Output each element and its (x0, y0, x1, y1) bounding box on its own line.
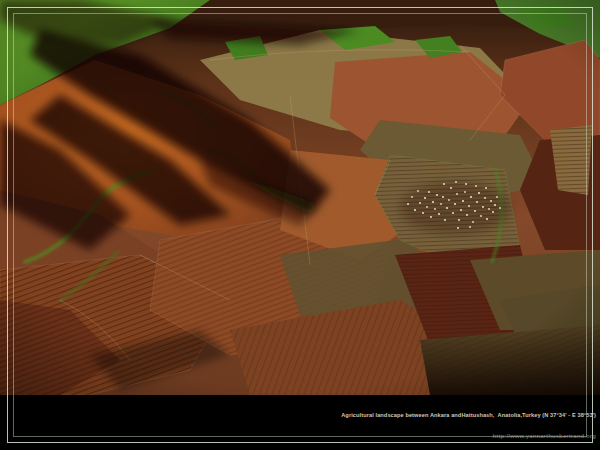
caption-title: Agricultural landscape between Ankara an… (341, 412, 596, 419)
vignette-overlay (0, 0, 600, 395)
aerial-photo (0, 0, 600, 395)
photo-caption: Agricultural landscape between Ankara an… (341, 398, 596, 450)
wallpaper-page: Agricultural landscape between Ankara an… (0, 0, 600, 450)
caption-url: http://www.yannarthusbertrand.org (341, 433, 596, 440)
